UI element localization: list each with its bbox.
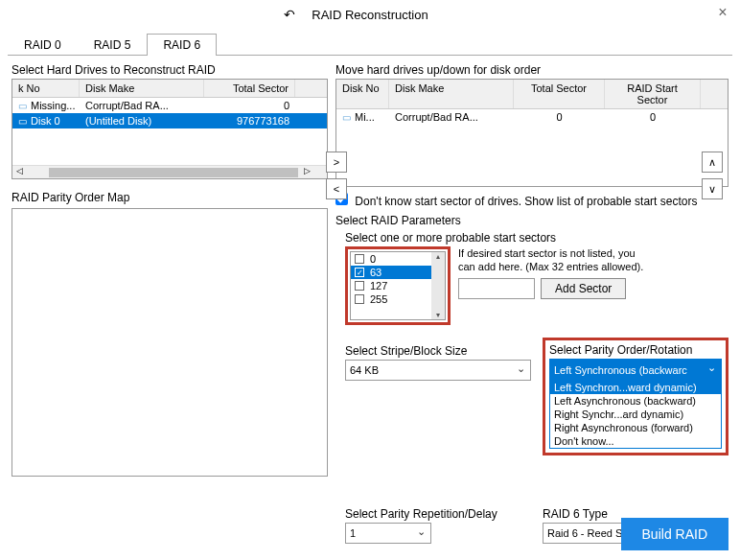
parity-option[interactable]: Right Synchr...ard dynamic) [550,408,721,421]
stripe-size-select[interactable]: 64 KB [345,360,531,381]
sector-scrollbar[interactable]: ▴▾ [431,252,445,319]
parity-order-map [12,208,328,477]
col-start[interactable]: RAID Start Sector [605,80,701,108]
col-make[interactable]: Disk Make [80,80,204,97]
tab-raid0[interactable]: RAID 0 [8,34,78,56]
parity-rep-select[interactable]: 1 [345,523,431,544]
parity-order-label: Select Parity Order/Rotation [549,343,722,357]
col-total[interactable]: Total Sector [514,80,605,108]
right-grid-label: Move hard drives up/down for disk order [335,63,728,77]
left-grid-label: Select Hard Drives to Reconstruct RAID [12,63,328,77]
sectors-label: Select one or more probable start sector… [345,231,728,245]
back-icon[interactable]: ↶ [284,7,295,22]
source-disks-grid[interactable]: k No Disk Make Total Sector Missing... C… [12,79,328,179]
move-up-button[interactable]: ∧ [702,152,723,173]
move-left-button[interactable]: < [326,178,347,199]
disk-row[interactable]: Mi... Corrupt/Bad RA... 0 0 [336,109,728,125]
parity-option[interactable]: Don't know... [550,434,721,448]
parity-option[interactable]: Left Asynchronous (backward) [550,394,721,408]
col-make[interactable]: Disk Make [389,80,514,108]
disk-row[interactable]: Missing... Corrupt/Bad RA... 0 [12,98,327,113]
move-right-button[interactable]: > [326,152,347,173]
window-title: RAID Reconstruction [312,8,428,22]
raid-params-label: Select RAID Parameters [335,214,728,227]
parity-order-select[interactable]: Left Synchronous (backwarc Left Synchron… [549,359,722,449]
close-icon[interactable]: × [713,4,732,21]
start-sectors-list[interactable]: 0 ✓63 127 255 ▴▾ [345,246,451,325]
stripe-label: Select Stripe/Block Size [345,344,531,358]
col-diskno[interactable]: Disk No [336,80,389,108]
add-sector-input[interactable] [458,278,535,299]
tab-bar: RAID 0 RAID 5 RAID 6 [8,33,732,56]
horizontal-scrollbar[interactable]: ◁▷ [12,165,327,178]
parity-option[interactable]: Right Asynchronous (forward) [550,421,721,434]
disk-row[interactable]: Disk 0 (Untitled Disk) 976773168 [12,113,327,128]
tab-raid5[interactable]: RAID 5 [78,34,148,56]
tab-raid6[interactable]: RAID 6 [147,34,217,56]
col-diskno[interactable]: k No [12,80,80,97]
parity-option[interactable]: Left Synchron...ward dynamic) [550,381,721,394]
move-down-button[interactable]: ∨ [702,178,723,199]
target-disks-grid[interactable]: Disk No Disk Make Total Sector RAID Star… [335,79,728,187]
parity-map-label: RAID Parity Order Map [12,191,328,204]
dont-know-checkbox-row[interactable]: Don't know start sector of drives. Show … [335,193,728,208]
build-raid-button[interactable]: Build RAID [621,518,728,550]
col-sector[interactable]: Total Sector [204,80,295,97]
parity-rep-label: Select Parity Repetition/Delay [345,507,531,521]
add-sector-button[interactable]: Add Sector [541,278,626,299]
sector-help-text: If desired start sector is not listed, y… [458,246,650,274]
